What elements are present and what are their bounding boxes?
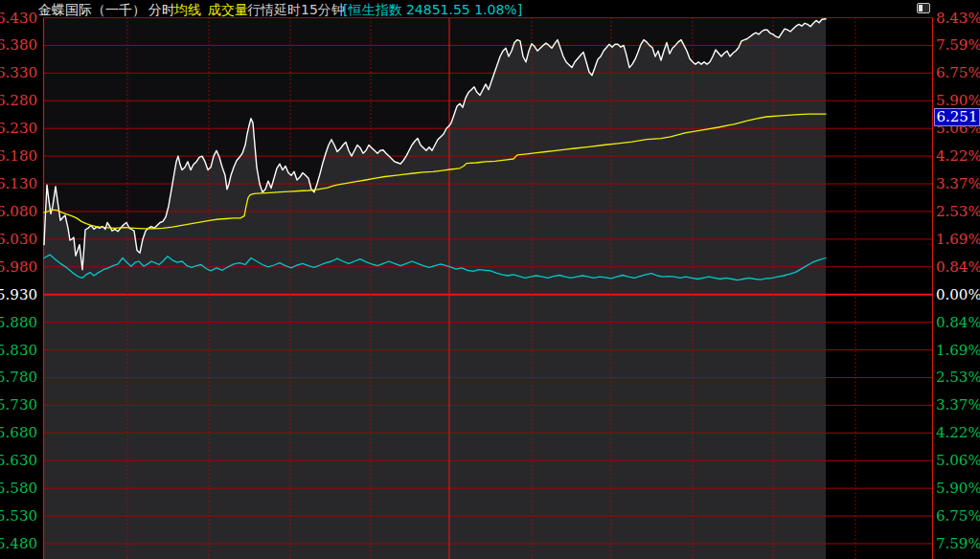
panel-layout-icon[interactable] bbox=[917, 3, 930, 13]
price-axis: 6.4306.3806.3306.2806.2306.1806.1306.080… bbox=[0, 0, 39, 559]
percent-tick-label: 4.22% bbox=[936, 149, 980, 164]
price-tick-label: 5.480 bbox=[0, 536, 37, 550]
price-tick-label: 6.080 bbox=[0, 204, 37, 218]
price-tick-label: 5.830 bbox=[0, 343, 37, 357]
percent-axis: 8.43%7.59%6.75%5.90%5.06%4.22%3.37%2.53%… bbox=[936, 0, 980, 559]
percent-tick-label: 1.69% bbox=[936, 343, 980, 357]
price-tick-label: 6.330 bbox=[0, 66, 37, 80]
price-tick-label: 6.430 bbox=[0, 11, 37, 25]
price-tick-label: 5.930 bbox=[0, 287, 37, 302]
percent-tick-label: 2.53% bbox=[936, 370, 980, 385]
percent-tick-label: 5.90% bbox=[936, 94, 980, 108]
price-tick-label: 6.380 bbox=[0, 38, 37, 53]
avg-price-badge: 6.251 bbox=[934, 108, 980, 126]
panel-layout-icon-pane bbox=[919, 5, 923, 11]
price-tick-label: 6.230 bbox=[0, 122, 37, 136]
percent-tick-label: 3.37% bbox=[936, 177, 980, 191]
percent-tick-label: 8.43% bbox=[936, 11, 980, 25]
percent-tick-label: 6.75% bbox=[936, 509, 980, 524]
percent-tick-label: 4.22% bbox=[936, 426, 980, 440]
percent-tick-label: 0.84% bbox=[936, 259, 980, 274]
price-tick-label: 6.130 bbox=[0, 177, 37, 191]
price-tick-label: 5.730 bbox=[0, 398, 37, 413]
percent-tick-label: 0.00% bbox=[936, 287, 980, 302]
price-tick-label: 6.180 bbox=[0, 149, 37, 164]
percent-tick-label: 2.53% bbox=[936, 204, 980, 218]
price-tick-label: 5.880 bbox=[0, 315, 37, 329]
price-tick-label: 5.530 bbox=[0, 509, 37, 524]
percent-tick-label: 3.37% bbox=[936, 398, 980, 413]
intraday-chart[interactable] bbox=[0, 0, 980, 559]
price-tick-label: 5.780 bbox=[0, 370, 37, 385]
percent-tick-label: 6.75% bbox=[936, 66, 980, 80]
percent-tick-label: 7.59% bbox=[936, 38, 980, 53]
price-tick-label: 5.980 bbox=[0, 259, 37, 274]
price-tick-label: 6.280 bbox=[0, 94, 37, 108]
percent-tick-label: 5.06% bbox=[936, 454, 980, 468]
percent-tick-label: 7.59% bbox=[936, 536, 980, 550]
price-tick-label: 5.580 bbox=[0, 481, 37, 496]
price-tick-label: 5.680 bbox=[0, 426, 37, 440]
price-tick-label: 6.030 bbox=[0, 232, 37, 246]
percent-tick-label: 0.84% bbox=[936, 315, 980, 329]
price-tick-label: 5.630 bbox=[0, 454, 37, 468]
stock-app-window: 金蝶国际（一千） 分时 均线 成交量 行情延时15分钟 [恒生指数 24851.… bbox=[0, 0, 980, 559]
percent-tick-label: 1.69% bbox=[936, 232, 980, 246]
percent-tick-label: 5.90% bbox=[936, 481, 980, 496]
